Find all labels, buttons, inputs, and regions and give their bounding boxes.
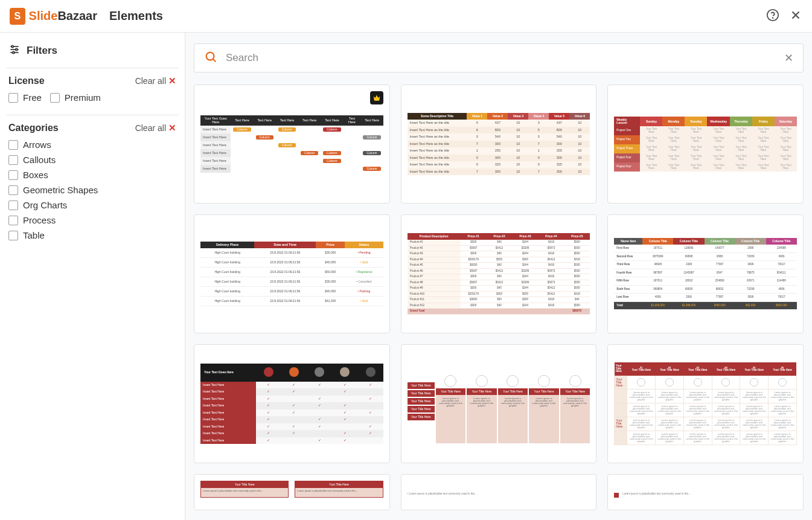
license-title: License xyxy=(8,75,45,86)
checkbox-premium[interactable]: Premium xyxy=(50,92,101,103)
template-card[interactable]: Your Title HereLorem ipsum is placeholde… xyxy=(194,474,390,510)
search-input[interactable] xyxy=(226,52,784,64)
clear-x-icon: ✕ xyxy=(168,75,176,86)
template-grid: Your Text Goes HereText HereText HereTex… xyxy=(194,85,804,510)
template-card[interactable]: Some Description TitleValue 1Value 2Valu… xyxy=(401,85,597,204)
filters-title: Filters xyxy=(27,45,57,57)
clear-categories-button[interactable]: Clear all✕ xyxy=(135,123,176,133)
template-card[interactable]: Your Title HereYour Title HereYour Title… xyxy=(401,344,597,463)
svg-point-8 xyxy=(206,53,214,60)
license-filter-section: License Clear all✕ Free Premium xyxy=(6,68,179,115)
template-card[interactable]: Weekly LessonSundayMondayTuesdayWednesda… xyxy=(607,85,804,204)
clear-license-button[interactable]: Clear all✕ xyxy=(135,75,176,86)
app-header: S SlideBazaar Elements xyxy=(0,0,812,33)
checkbox-table[interactable]: Table xyxy=(8,230,176,240)
checkbox-callouts[interactable]: Callouts xyxy=(8,155,176,165)
template-card[interactable]: Your Text Goes HereText HereText HereTex… xyxy=(194,85,390,204)
search-bar[interactable]: ✕ xyxy=(194,43,804,72)
categories-title: Categories xyxy=(8,123,59,133)
logo-text: SlideBazaar xyxy=(29,9,97,23)
logo-icon: S xyxy=(10,8,25,25)
search-icon xyxy=(204,50,226,66)
template-card[interactable]: Lorem ipsum is placeholder text commonly… xyxy=(607,474,804,510)
checkbox-free[interactable]: Free xyxy=(8,92,42,103)
checkbox-geometric-shapes[interactable]: Geometric Shapes xyxy=(8,185,176,195)
template-card[interactable]: Product DescriptionPrice #1Price #2Price… xyxy=(401,214,597,333)
template-card[interactable]: Your Text Goes Here Insert Text Here✓✓✓✓… xyxy=(194,344,390,463)
svg-point-5 xyxy=(11,45,13,47)
svg-point-1 xyxy=(773,18,773,18)
categories-filter-section: Categories Clear all✕ Arrows Callouts Bo… xyxy=(6,115,179,252)
template-card[interactable]: • Lorem ipsum is placeholder text common… xyxy=(401,474,597,510)
checkbox-boxes[interactable]: Boxes xyxy=(8,170,176,180)
checkbox-arrows[interactable]: Arrows xyxy=(8,140,176,150)
svg-point-7 xyxy=(13,51,14,53)
clear-x-icon: ✕ xyxy=(168,123,176,133)
logo[interactable]: S SlideBazaar xyxy=(10,8,97,25)
template-card[interactable]: Delivery PlaceDate and TimePriceStatus H… xyxy=(194,214,390,333)
filters-sidebar: Filters License Clear all✕ Free Premium … xyxy=(0,33,185,520)
search-clear-icon[interactable]: ✕ xyxy=(784,51,793,65)
premium-badge-icon xyxy=(370,91,383,104)
content-area: ✕ Your Text Goes HereText HereText HereT… xyxy=(185,33,812,520)
template-card[interactable]: Your Title Here01Your Title Here02Your T… xyxy=(607,344,804,463)
svg-point-6 xyxy=(16,48,18,50)
checkbox-process[interactable]: Process xyxy=(8,215,176,225)
template-card[interactable]: Name ItemColumn TitleColumn TitleColumn … xyxy=(607,214,804,333)
page-title: Elements xyxy=(109,9,163,23)
checkbox-org-charts[interactable]: Org Charts xyxy=(8,200,176,210)
help-icon[interactable] xyxy=(766,8,779,24)
filters-icon xyxy=(8,43,21,58)
close-icon[interactable] xyxy=(789,8,802,24)
